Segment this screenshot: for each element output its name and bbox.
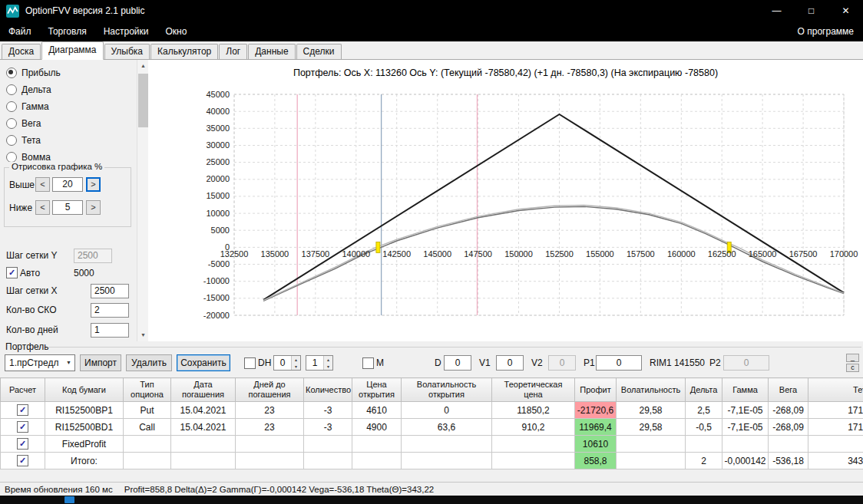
sko-count-row: Кол-во СКО 2 (0, 303, 137, 318)
portfolio-preset-select[interactable]: 1.прСтредл ▼ (5, 354, 75, 371)
tab-calculator[interactable]: Калькулятор (150, 44, 218, 59)
menu-item-about[interactable]: О программе (789, 21, 863, 41)
row-calc-checkbox[interactable]: ✓ (17, 438, 28, 450)
svg-text:170000: 170000 (830, 249, 858, 259)
cell-gamma: -7,1E-05 (722, 402, 769, 419)
cell-delta (686, 436, 722, 453)
p1-input[interactable]: 0 (596, 355, 642, 371)
svg-text:5000: 5000 (211, 226, 230, 235)
below-row: Ниже < 5 > (5, 200, 131, 216)
column-header-calc[interactable]: Расчет (1, 378, 45, 402)
spinner-arrows[interactable]: ▴▾ (291, 356, 300, 370)
update-time-text: Время обновления 160 мс (5, 485, 113, 494)
menu-item-trade[interactable]: Торговля (40, 21, 95, 41)
radio-vega[interactable]: Вега (6, 115, 61, 132)
spin-down-icon[interactable]: ▾ (327, 364, 329, 369)
below-decrease-button[interactable]: < (35, 200, 50, 215)
row-calc-checkbox[interactable]: ✓ (17, 421, 28, 433)
above-increase-button[interactable]: > (86, 177, 101, 192)
auto-checkbox[interactable]: ✓ (6, 267, 18, 278)
cell-open-price: 4900 (352, 419, 402, 436)
menu-item-file[interactable]: Файл (0, 21, 40, 41)
tab-log[interactable]: Лог (219, 44, 247, 59)
column-header-volatility[interactable]: Волатильность (617, 378, 686, 402)
v1-input[interactable]: 0 (496, 355, 524, 371)
minimize-button[interactable]: — (759, 0, 794, 21)
column-header-delta[interactable]: Дельта (686, 378, 722, 402)
menu-item-settings[interactable]: Настройки (95, 21, 157, 41)
radio-icon (6, 152, 17, 163)
column-header-expiry-date[interactable]: Дата погашения (171, 378, 236, 402)
spin-up-icon[interactable]: ▴ (327, 357, 329, 362)
cell-volatility: 29,58 (617, 402, 686, 419)
tab-diagram[interactable]: Диаграмма (41, 41, 103, 60)
maximize-button[interactable]: □ (794, 0, 828, 21)
rim-price-text: RIM1 141550 (650, 357, 705, 368)
radio-theta[interactable]: Тета (6, 132, 61, 149)
import-button[interactable]: Импорт (80, 354, 121, 371)
taskbar-app-icon[interactable] (64, 496, 74, 503)
cell-option-type (124, 436, 171, 453)
dh-checkbox[interactable] (244, 357, 256, 369)
radio-label: Дельта (21, 84, 51, 95)
cell-delta: -0,5 (686, 419, 722, 436)
portfolio-chart[interactable]: -20000-15000-10000-500005000100001500020… (148, 60, 863, 341)
collapse-button[interactable]: _ (846, 354, 859, 362)
dh-spinner-2[interactable]: 1 ▴▾ (306, 355, 333, 371)
column-header-quantity[interactable]: Количество (304, 378, 352, 402)
spin-down-icon[interactable]: ▾ (295, 364, 297, 369)
below-label: Ниже (9, 203, 32, 213)
column-header-option-type[interactable]: Тип опциона (124, 378, 171, 402)
below-increase-button[interactable]: > (86, 200, 101, 215)
dh-spinner-1[interactable]: 0 ▴▾ (273, 355, 301, 371)
portfolio-preset-value: 1.прСтредл (9, 357, 58, 368)
row-calc-checkbox[interactable]: ✓ (17, 404, 28, 416)
column-header-gamma[interactable]: Гамма (722, 378, 769, 402)
delete-button[interactable]: Удалить (126, 354, 172, 371)
cell-vega: -268,09 (769, 419, 808, 436)
grid-step-y-input[interactable]: 2500 (74, 249, 112, 263)
above-percent-input[interactable]: 20 (52, 177, 83, 192)
panel-scrollbar[interactable]: ▲ ▼ (137, 60, 148, 341)
m-checkbox[interactable] (362, 357, 374, 369)
save-button[interactable]: Сохранить (177, 354, 230, 371)
app-window: OptionFVV версия 2.1 public — □ ✕ ФайлТо… (0, 0, 863, 504)
radio-label: Вега (21, 118, 41, 129)
row-calc-checkbox[interactable]: ✓ (17, 455, 28, 466)
svg-text:142500: 142500 (382, 249, 411, 259)
radio-profit[interactable]: Прибыль (6, 64, 61, 81)
tab-smile[interactable]: Улыбка (104, 44, 150, 59)
scroll-down-icon[interactable]: ▼ (137, 329, 149, 341)
tab-deals[interactable]: Сделки (296, 44, 342, 59)
svg-text:162500: 162500 (708, 249, 736, 259)
scrollbar-thumb[interactable] (138, 74, 148, 127)
svg-text:135000: 135000 (261, 249, 289, 259)
radio-gamma[interactable]: Гамма (6, 98, 61, 115)
cell-option-type: Call (124, 419, 171, 436)
column-header-open-volatility[interactable]: Волатильность открытия (402, 378, 492, 402)
spin-up-icon[interactable]: ▴ (295, 357, 297, 362)
column-header-theo-price[interactable]: Теоретическая цена (492, 378, 575, 402)
c-button[interactable]: с (846, 364, 859, 372)
column-header-vega[interactable]: Вега (769, 378, 808, 402)
column-header-theta[interactable]: Тета (808, 378, 863, 402)
tab-data[interactable]: Данные (248, 44, 295, 59)
days-count-input[interactable]: 1 (91, 323, 129, 338)
column-header-open-price[interactable]: Цена открытия (352, 378, 402, 402)
grid-step-x-input[interactable]: 2500 (91, 284, 129, 298)
sko-count-input[interactable]: 2 (91, 303, 129, 318)
column-header-profit[interactable]: Профит (575, 378, 617, 402)
column-header-days-to-expiry[interactable]: Дней до погашения (236, 378, 304, 402)
close-button[interactable]: ✕ (828, 0, 863, 21)
menu-item-window[interactable]: Окно (157, 21, 196, 41)
scroll-up-icon[interactable]: ▲ (137, 60, 149, 72)
cell-open-price (352, 436, 402, 453)
cell-delta: 2,5 (686, 402, 722, 419)
column-header-code[interactable]: Код бумаги (45, 378, 124, 402)
above-decrease-button[interactable]: < (35, 177, 50, 192)
radio-delta[interactable]: Дельта (6, 81, 61, 98)
tab-board[interactable]: Доска (2, 44, 41, 59)
spinner-arrows[interactable]: ▴▾ (323, 356, 332, 370)
d-input[interactable]: 0 (444, 355, 471, 371)
below-percent-input[interactable]: 5 (52, 200, 83, 215)
